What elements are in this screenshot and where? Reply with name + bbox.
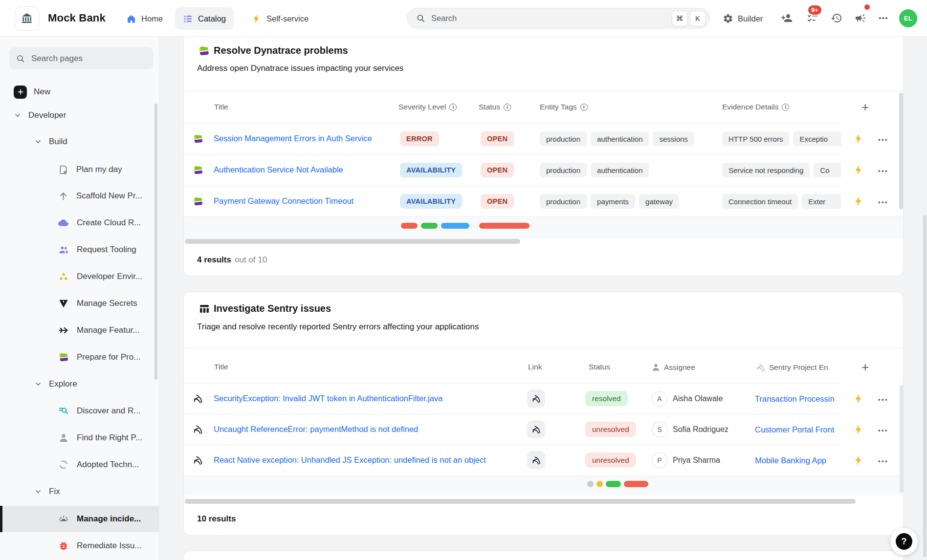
column-header-sentry-project[interactable]: Sentry Project En <box>756 363 841 372</box>
column-header-status[interactable]: Status <box>589 363 610 371</box>
sentry-project-link[interactable]: Customer Portal Front <box>755 425 841 434</box>
more-menu-button[interactable]: ⋯ <box>877 11 890 25</box>
org-logo[interactable] <box>15 6 39 31</box>
problem-link[interactable]: Authentication Service Not Available <box>214 165 343 174</box>
row-menu-button[interactable] <box>878 457 888 465</box>
sidebar-group-fix[interactable]: Fix <box>0 480 159 503</box>
status-badge: unresolved <box>585 452 636 468</box>
sidebar-group-explore[interactable]: Explore <box>0 373 159 395</box>
row-menu-button[interactable] <box>878 167 888 174</box>
row-menu-button[interactable] <box>878 427 888 434</box>
sidebar-item-create-cloud[interactable]: Create Cloud R... <box>0 212 159 234</box>
add-column-button[interactable]: + <box>861 101 869 113</box>
help-button[interactable]: ? <box>890 528 918 555</box>
sentry-external-link[interactable] <box>527 420 545 438</box>
sidebar-item-find-right-person[interactable]: Find the Right P... <box>0 427 159 449</box>
sentry-project-link[interactable]: Transaction Processin <box>755 394 841 404</box>
skeleton-pill-blue <box>441 223 469 229</box>
column-header-status[interactable]: Status <box>479 103 511 111</box>
announcements-button[interactable] <box>854 11 867 25</box>
document-icon <box>58 165 68 175</box>
row-menu-button[interactable] <box>878 198 888 206</box>
chevron-down-icon <box>34 138 42 146</box>
column-header-entity-tags[interactable]: Entity Tags <box>540 103 588 111</box>
alarm-light-icon <box>58 514 69 524</box>
run-action-icon[interactable] <box>853 454 864 466</box>
history-button[interactable] <box>830 11 843 25</box>
column-header-severity[interactable]: Severity Level <box>398 103 457 111</box>
sync-circle-icon <box>58 459 69 470</box>
problem-link[interactable]: Session Management Errors in Auth Servic… <box>214 134 372 143</box>
sidebar-item-prepare-production[interactable]: Prepare for Pro... <box>0 346 159 368</box>
sidebar-item-request-tooling[interactable]: Request Tooling <box>0 238 159 261</box>
sidebar-group-build[interactable]: Build <box>0 130 159 153</box>
assignee-avatar: S <box>652 422 667 437</box>
run-action-icon[interactable] <box>853 133 864 145</box>
run-action-icon[interactable] <box>853 195 864 207</box>
sidebar-item-remediate-issues[interactable]: Remediate Issu... <box>0 535 159 557</box>
sidebar-scrollbar[interactable] <box>154 104 157 380</box>
sidebar-item-plan-my-day[interactable]: Plan my day <box>0 158 159 181</box>
nav-home[interactable]: Home <box>118 7 171 30</box>
run-action-icon[interactable] <box>853 424 864 435</box>
sidebar-item-scaffold-new[interactable]: Scaffold New Pr... <box>0 185 159 207</box>
problem-link[interactable]: Payment Gateway Connection Timeout <box>214 196 353 206</box>
column-header-assignee[interactable]: Assignee <box>651 363 695 372</box>
row-divider <box>183 445 904 445</box>
sidebar-item-manage-features[interactable]: Manage Featur... <box>0 319 159 342</box>
sidebar-group-developer[interactable]: Developer <box>0 104 159 127</box>
invite-user-button[interactable] <box>780 11 794 25</box>
table-horizontal-scrollbar[interactable] <box>185 239 520 244</box>
page-scrollbar[interactable] <box>923 215 927 557</box>
status-badge: OPEN <box>481 131 514 146</box>
nav-catalog[interactable]: Catalog <box>175 7 234 30</box>
add-column-button[interactable]: + <box>861 361 869 373</box>
sidebar-item-adopted-tech[interactable]: Adopted Techn... <box>0 453 159 476</box>
column-header-evidence[interactable]: Evidence Details <box>722 103 789 111</box>
column-header-link[interactable]: Link <box>528 363 542 371</box>
sentry-project-link[interactable]: Mobile Banking App <box>755 456 841 465</box>
run-action-icon[interactable] <box>853 164 864 176</box>
run-action-icon[interactable] <box>853 393 864 405</box>
row-menu-button[interactable] <box>878 396 888 403</box>
person-add-icon <box>781 12 793 24</box>
tag-chip: payments <box>591 194 635 209</box>
table-horizontal-scrollbar[interactable] <box>185 499 856 504</box>
status-badge: OPEN <box>481 194 514 209</box>
sidebar-search[interactable] <box>9 47 153 69</box>
history-icon <box>831 12 842 24</box>
tag-chip: production <box>540 194 587 209</box>
nav-self-service[interactable]: Self-service <box>243 7 316 30</box>
table-vertical-scrollbar[interactable] <box>899 93 903 209</box>
issue-link[interactable]: Uncaught ReferenceError: paymentMethod i… <box>214 425 418 434</box>
issue-link[interactable]: SecurityException: Invalid JWT token in … <box>214 394 442 403</box>
question-mark-icon: ? <box>896 533 912 550</box>
sidebar-item-label: Manage incide... <box>77 514 141 524</box>
search-icon <box>16 54 25 63</box>
evidence-chip: HTTP 500 errors <box>722 131 789 146</box>
tag-chip: sessions <box>653 131 694 146</box>
divider <box>183 348 904 348</box>
entity-tags: production payments gateway <box>540 194 701 209</box>
global-search-input[interactable] <box>431 14 669 23</box>
actions-column <box>841 348 900 475</box>
builder-button[interactable]: Builder <box>723 7 763 30</box>
row-menu-button[interactable] <box>878 136 888 143</box>
evidence-chips: HTTP 500 errors Exceptio <box>722 131 841 146</box>
sidebar-item-discover[interactable]: Discover and R... <box>0 400 159 422</box>
user-avatar[interactable]: EL <box>899 9 917 27</box>
issue-link[interactable]: React Native exception: Unhandled JS Exc… <box>214 455 486 465</box>
table-vertical-scrollbar[interactable] <box>900 385 904 493</box>
sidebar-new-button[interactable]: New <box>0 81 159 103</box>
global-search[interactable]: ⌘ K <box>407 8 710 29</box>
sentry-row-icon <box>193 424 203 437</box>
column-header-title[interactable]: Title <box>214 103 228 111</box>
sidebar-search-input[interactable] <box>31 54 146 64</box>
sidebar-item-manage-incidents[interactable]: Manage incide... <box>0 506 159 532</box>
sentry-external-link[interactable] <box>527 451 545 469</box>
column-header-title[interactable]: Title <box>214 363 228 371</box>
sidebar-item-manage-secrets[interactable]: Manage Secrets <box>0 292 159 315</box>
sentry-external-link[interactable] <box>527 389 545 408</box>
k-key: K <box>690 11 706 26</box>
sidebar-item-developer-environments[interactable]: Developer Envir... <box>0 265 159 288</box>
